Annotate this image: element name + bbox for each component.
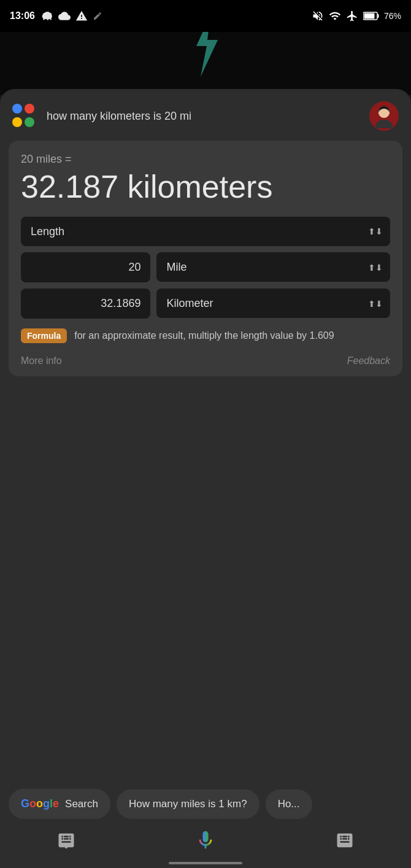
svg-rect-2 bbox=[377, 14, 378, 18]
output-value-col bbox=[21, 289, 150, 319]
keyboard-hide-icon bbox=[57, 831, 75, 850]
avatar-image bbox=[372, 104, 396, 128]
status-time: 13:06 bbox=[10, 10, 35, 21]
assistant-header: how many kilometers is 20 mi bbox=[0, 89, 411, 141]
google-dots bbox=[12, 104, 37, 128]
feedback-link[interactable]: Feedback bbox=[347, 355, 390, 366]
svg-rect-1 bbox=[364, 14, 374, 19]
status-bar: 13:06 76% bbox=[0, 0, 411, 32]
status-icons-right: 76% bbox=[312, 10, 401, 22]
suggestion-1-text: How many miles is 1 km? bbox=[129, 798, 247, 810]
formula-badge: Formula bbox=[21, 328, 67, 343]
home-indicator bbox=[169, 862, 242, 864]
dot-green bbox=[25, 117, 34, 127]
category-selector[interactable]: Length Weight Temperature Area Volume ⬆⬇ bbox=[21, 217, 390, 246]
wifi-icon bbox=[329, 10, 341, 22]
dot-blue bbox=[12, 104, 22, 114]
airplane-icon bbox=[346, 10, 358, 22]
cloud-icon bbox=[58, 10, 71, 22]
dot-yellow bbox=[12, 117, 22, 127]
battery-percentage: 76% bbox=[384, 11, 401, 21]
assistant-query: how many kilometers is 20 mi bbox=[47, 110, 359, 123]
bottom-nav bbox=[0, 819, 411, 868]
warning-icon bbox=[75, 10, 88, 22]
keyboard-hide-button[interactable] bbox=[57, 831, 75, 850]
input-unit-selector[interactable]: Mile Kilometer Meter Foot Inch ⬆⬇ bbox=[156, 252, 390, 282]
pencil-icon bbox=[93, 10, 102, 22]
mic-button[interactable] bbox=[190, 824, 221, 856]
category-select[interactable]: Length Weight Temperature Area Volume bbox=[21, 217, 390, 246]
card-footer: More info Feedback bbox=[21, 351, 390, 366]
input-unit-select[interactable]: Mile Kilometer Meter Foot Inch bbox=[156, 252, 390, 282]
avatar bbox=[369, 101, 399, 131]
keyboard-icon bbox=[336, 831, 354, 850]
result-label: 20 miles = bbox=[21, 153, 390, 166]
google-logo: Google bbox=[21, 797, 59, 810]
output-unit-selector[interactable]: Kilometer Mile Meter Foot ⬆⬇ bbox=[156, 289, 390, 319]
mute-icon bbox=[312, 10, 324, 22]
formula-row: Formula for an approximate result, multi… bbox=[21, 328, 390, 343]
input-value-col bbox=[21, 252, 150, 282]
suggestion-2-text: Ho... bbox=[278, 798, 300, 810]
search-button[interactable]: Google Search bbox=[9, 789, 110, 819]
svg-point-5 bbox=[375, 120, 393, 128]
search-label: Search bbox=[65, 798, 98, 810]
input-value-field[interactable] bbox=[21, 252, 150, 282]
dot-red bbox=[25, 104, 34, 114]
brain-icon bbox=[41, 10, 53, 22]
battery-icon bbox=[363, 12, 379, 20]
mic-icon bbox=[194, 829, 217, 851]
assistant-panel: how many kilometers is 20 mi 20 miles = … bbox=[0, 89, 411, 868]
formula-text: for an approximate result, multiply the … bbox=[74, 328, 334, 343]
bottom-bar: Google Search How many miles is 1 km? Ho… bbox=[0, 789, 411, 819]
keyboard-button[interactable] bbox=[336, 831, 354, 850]
output-unit-select[interactable]: Kilometer Mile Meter Foot bbox=[156, 289, 390, 318]
more-info-link[interactable]: More info bbox=[21, 355, 62, 366]
converter-card: 20 miles = 32.187 kilometers Length Weig… bbox=[9, 141, 402, 376]
suggestion-1[interactable]: How many miles is 1 km? bbox=[117, 789, 259, 819]
input-row: Mile Kilometer Meter Foot Inch ⬆⬇ bbox=[21, 252, 390, 282]
result-value: 32.187 kilometers bbox=[21, 169, 390, 204]
output-row: Kilometer Mile Meter Foot ⬆⬇ bbox=[21, 289, 390, 319]
suggestion-2[interactable]: Ho... bbox=[266, 789, 312, 819]
output-value-field[interactable] bbox=[21, 289, 150, 319]
status-icons-left bbox=[41, 10, 102, 22]
